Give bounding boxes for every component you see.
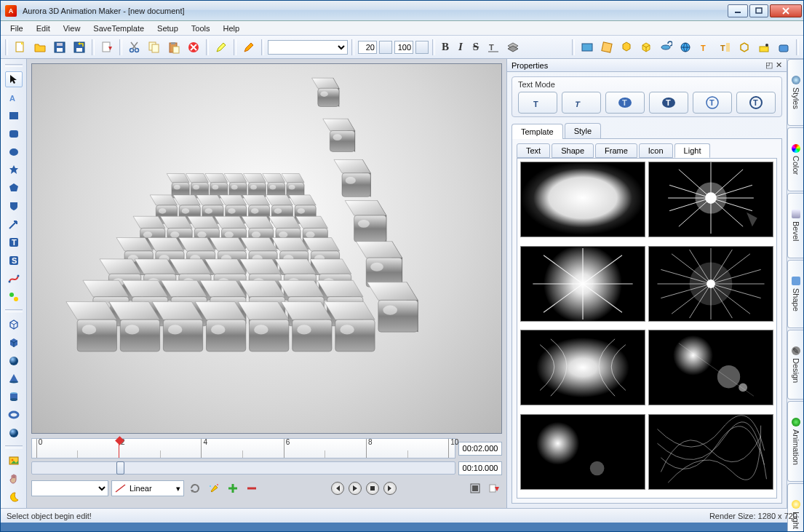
roundrect-tool[interactable] bbox=[5, 126, 23, 142]
light-thumb-8[interactable] bbox=[648, 414, 773, 490]
rt-3[interactable] bbox=[618, 39, 635, 56]
fx-button[interactable] bbox=[206, 480, 222, 496]
play-button[interactable] bbox=[349, 482, 362, 495]
maximize-button[interactable] bbox=[749, 4, 768, 17]
bold-button[interactable]: B bbox=[439, 39, 452, 56]
menu-view[interactable]: View bbox=[58, 23, 86, 34]
save-button[interactable] bbox=[51, 39, 68, 56]
subtab-text[interactable]: Text bbox=[517, 143, 550, 158]
curve-tool[interactable] bbox=[5, 271, 23, 287]
rt-9[interactable] bbox=[736, 39, 753, 56]
saveas-button[interactable] bbox=[71, 39, 88, 56]
subtab-frame[interactable]: Frame bbox=[595, 143, 637, 158]
polygon-tool[interactable] bbox=[5, 180, 23, 196]
image-tool[interactable] bbox=[5, 453, 23, 469]
sidetab-color[interactable]: Color bbox=[787, 127, 803, 191]
hand-tool[interactable] bbox=[5, 471, 23, 487]
stop-button[interactable] bbox=[366, 482, 379, 495]
loop-button[interactable] bbox=[187, 480, 203, 496]
new-button[interactable] bbox=[12, 39, 29, 56]
current-time[interactable]: 00:02.000 bbox=[458, 442, 502, 456]
menu-help[interactable]: Help bbox=[218, 23, 245, 34]
tab-style[interactable]: Style bbox=[565, 123, 601, 138]
text-effect-button[interactable]: T bbox=[485, 39, 502, 56]
menu-savetemplate[interactable]: SaveTemplate bbox=[88, 23, 149, 34]
paste-button[interactable] bbox=[165, 39, 183, 56]
rt-8[interactable]: T bbox=[716, 39, 733, 56]
other-size-input[interactable] bbox=[394, 41, 413, 54]
rt-5[interactable] bbox=[657, 39, 674, 56]
3dtext-s-tool[interactable]: S bbox=[5, 253, 23, 269]
remove-key-button[interactable] bbox=[244, 480, 260, 496]
light-thumb-6[interactable] bbox=[648, 330, 773, 405]
rt-10[interactable] bbox=[755, 39, 773, 56]
sidetab-animation[interactable]: Animation bbox=[787, 401, 803, 482]
textmode-1[interactable]: T bbox=[518, 92, 557, 114]
sidetab-design[interactable]: ✎Design bbox=[787, 330, 803, 400]
rt-1[interactable] bbox=[578, 39, 596, 56]
pencil-button[interactable] bbox=[240, 39, 258, 56]
pointer-tool[interactable] bbox=[5, 71, 23, 87]
rt-7[interactable]: T bbox=[696, 39, 714, 56]
cylinder-tool[interactable] bbox=[5, 389, 23, 405]
open-button[interactable] bbox=[31, 39, 49, 56]
sidetab-styles[interactable]: Styles bbox=[787, 59, 803, 126]
menu-edit[interactable]: Edit bbox=[31, 23, 55, 34]
subtab-shape[interactable]: Shape bbox=[552, 143, 594, 158]
arrow-tool[interactable] bbox=[5, 216, 23, 232]
ellipse-tool[interactable] bbox=[5, 144, 23, 160]
strike-button[interactable]: S bbox=[469, 39, 482, 56]
export-button[interactable] bbox=[98, 39, 116, 56]
render-thumb-button[interactable] bbox=[467, 480, 483, 496]
rt-2[interactable] bbox=[598, 39, 616, 56]
delete-button[interactable] bbox=[185, 39, 202, 56]
close-button[interactable] bbox=[770, 4, 802, 17]
export-anim-button[interactable] bbox=[486, 480, 502, 496]
total-time[interactable]: 00:10.000 bbox=[458, 461, 502, 475]
text-tool[interactable]: A bbox=[5, 90, 23, 106]
cube-outline-tool[interactable] bbox=[5, 317, 23, 333]
timeline-ruler[interactable]: 0 2 4 6 8 10 bbox=[31, 438, 455, 458]
light-thumb-3[interactable] bbox=[520, 246, 645, 322]
cube-solid-tool[interactable] bbox=[5, 335, 23, 351]
cut-button[interactable] bbox=[126, 39, 143, 56]
copy-button[interactable] bbox=[146, 39, 163, 56]
rt-4[interactable] bbox=[637, 39, 655, 56]
first-frame-button[interactable] bbox=[331, 482, 344, 495]
highlighter-button[interactable] bbox=[212, 39, 230, 56]
textmode-4[interactable]: T bbox=[649, 92, 688, 114]
sidetab-bevel[interactable]: Bevel bbox=[787, 193, 803, 258]
gradient-tool[interactable] bbox=[5, 289, 23, 305]
shield-tool[interactable] bbox=[5, 198, 23, 214]
font-size-input[interactable] bbox=[358, 41, 377, 54]
menu-tools[interactable]: Tools bbox=[186, 23, 215, 34]
light-thumb-7[interactable] bbox=[520, 414, 645, 490]
light-thumb-5[interactable] bbox=[520, 330, 645, 405]
light-thumb-2[interactable] bbox=[648, 162, 773, 237]
menu-setup[interactable]: Setup bbox=[152, 23, 183, 34]
sidetab-light[interactable]: Light bbox=[787, 483, 803, 532]
font-select[interactable] bbox=[268, 40, 348, 55]
textmode-6[interactable]: T bbox=[736, 92, 776, 114]
timeline-scrubber[interactable] bbox=[31, 461, 455, 475]
star-tool[interactable] bbox=[5, 162, 23, 178]
props-close-button[interactable]: ✕ bbox=[776, 60, 782, 70]
moon-tool[interactable] bbox=[5, 489, 23, 505]
torus-tool[interactable] bbox=[5, 407, 23, 423]
3dtext-t-tool[interactable]: T bbox=[5, 234, 23, 250]
subtab-light[interactable]: Light bbox=[674, 143, 711, 158]
textmode-2[interactable]: T bbox=[562, 92, 601, 114]
sphere-tool[interactable] bbox=[5, 353, 23, 369]
layers-button[interactable] bbox=[504, 39, 522, 56]
easing-select[interactable]: Linear ▾ bbox=[111, 480, 184, 496]
props-float-button[interactable]: ◰ bbox=[765, 60, 773, 70]
rt-6[interactable] bbox=[677, 39, 694, 56]
light-thumb-1[interactable] bbox=[520, 162, 645, 237]
menu-file[interactable]: File bbox=[5, 23, 28, 34]
minimize-button[interactable] bbox=[728, 4, 748, 17]
anim-select[interactable] bbox=[31, 480, 108, 496]
font-size-spinner[interactable] bbox=[379, 41, 392, 54]
cone-tool[interactable] bbox=[5, 370, 23, 386]
textmode-3[interactable]: T bbox=[605, 92, 645, 114]
other-size-spinner[interactable] bbox=[415, 41, 429, 54]
